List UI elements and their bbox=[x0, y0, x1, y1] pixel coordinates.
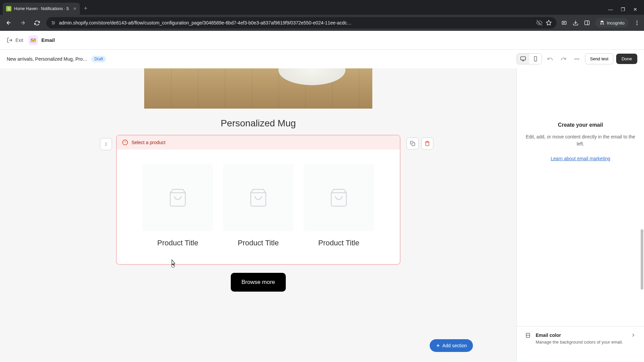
bag-icon bbox=[248, 188, 268, 208]
drag-icon bbox=[104, 142, 108, 146]
product-placeholder bbox=[143, 164, 213, 231]
incognito-badge[interactable]: Incognito bbox=[595, 18, 629, 27]
product-card[interactable]: Product Title bbox=[304, 164, 374, 247]
shopify-favicon: S bbox=[6, 6, 11, 11]
svg-point-20 bbox=[105, 144, 106, 144]
send-test-button[interactable]: Send test bbox=[585, 53, 613, 64]
hero-image[interactable] bbox=[144, 68, 372, 109]
add-section-button[interactable]: Add section bbox=[430, 339, 473, 352]
scrollbar-thumb[interactable] bbox=[641, 229, 643, 290]
email-label: Email bbox=[41, 37, 55, 43]
section-warning: Select a product bbox=[117, 135, 400, 149]
learn-link[interactable]: Learn about email marketing bbox=[551, 156, 610, 161]
tab-title: Home Haven · Notifications · S bbox=[14, 6, 69, 11]
product-card[interactable]: Product Title bbox=[223, 164, 293, 247]
site-settings-icon bbox=[51, 20, 56, 25]
exit-button[interactable]: Exit bbox=[7, 37, 23, 43]
product-title: Product Title bbox=[223, 239, 293, 247]
done-button[interactable]: Done bbox=[616, 54, 637, 64]
product-heading[interactable]: Personalized Mug bbox=[221, 118, 296, 129]
close-tab-icon[interactable]: ✕ bbox=[73, 6, 76, 11]
reload-button[interactable] bbox=[32, 18, 42, 27]
window-controls: — ❐ ✕ bbox=[601, 7, 644, 15]
svg-point-19 bbox=[106, 143, 107, 143]
browser-tab[interactable]: S Home Haven · Notifications · S ✕ bbox=[3, 3, 80, 15]
email-badge: Email bbox=[29, 36, 55, 45]
sidebar: Create your email Edit, add, or move con… bbox=[517, 68, 644, 362]
svg-point-17 bbox=[578, 58, 579, 59]
sidebar-heading: Create your email bbox=[525, 122, 636, 128]
media-control-icon[interactable] bbox=[561, 20, 567, 26]
duplicate-icon bbox=[410, 141, 415, 146]
email-canvas[interactable]: Personalized Mug Select a product bbox=[0, 68, 517, 362]
svg-rect-24 bbox=[412, 143, 415, 146]
email-color-label: Email color bbox=[536, 333, 626, 338]
svg-point-6 bbox=[637, 20, 638, 21]
product-placeholder bbox=[304, 164, 374, 231]
trash-icon bbox=[425, 141, 430, 146]
minimize-icon[interactable]: — bbox=[608, 7, 613, 12]
svg-rect-9 bbox=[31, 39, 36, 42]
svg-point-8 bbox=[637, 24, 638, 25]
undo-button[interactable] bbox=[545, 54, 555, 64]
url-text: admin.shopify.com/store/de8143-a6/flow/c… bbox=[59, 20, 533, 25]
redo-button[interactable] bbox=[558, 54, 569, 64]
delete-button[interactable] bbox=[421, 137, 433, 149]
bag-icon bbox=[329, 188, 349, 208]
forward-button[interactable] bbox=[18, 18, 28, 27]
incognito-icon bbox=[599, 20, 605, 25]
editor-toolbar: New arrivals, Personalized Mug, Pro… Dra… bbox=[0, 50, 644, 68]
exit-icon bbox=[7, 37, 13, 43]
browse-more-button[interactable]: Browse more bbox=[231, 273, 286, 292]
product-section[interactable]: Select a product Product Title Product T… bbox=[116, 135, 400, 265]
svg-point-22 bbox=[105, 145, 106, 146]
plus-icon bbox=[436, 343, 440, 348]
product-title: Product Title bbox=[304, 239, 374, 247]
svg-point-15 bbox=[575, 58, 576, 59]
desktop-view-button[interactable] bbox=[517, 54, 529, 64]
svg-rect-10 bbox=[521, 57, 525, 60]
email-app-icon bbox=[29, 36, 38, 45]
svg-point-21 bbox=[106, 144, 107, 144]
close-window-icon[interactable]: ✕ bbox=[633, 7, 637, 12]
app-header: Exit Email bbox=[0, 31, 644, 50]
svg-point-7 bbox=[637, 22, 638, 23]
paint-icon bbox=[525, 333, 531, 339]
download-icon[interactable] bbox=[573, 20, 579, 26]
address-bar[interactable]: admin.shopify.com/store/de8143-a6/flow/c… bbox=[46, 17, 556, 28]
campaign-title: New arrivals, Personalized Mug, Pro… bbox=[7, 56, 87, 62]
bag-icon bbox=[168, 188, 188, 208]
drag-handle[interactable] bbox=[100, 138, 112, 150]
mobile-view-button[interactable] bbox=[529, 54, 542, 64]
bookmark-star-icon[interactable] bbox=[546, 20, 552, 26]
draft-badge: Draft bbox=[91, 56, 106, 62]
email-color-row[interactable]: Email color Manage the background colors… bbox=[525, 333, 636, 345]
svg-point-2 bbox=[53, 23, 53, 24]
svg-point-23 bbox=[106, 145, 107, 146]
maximize-icon[interactable]: ❐ bbox=[621, 7, 625, 12]
chevron-right-icon bbox=[631, 333, 636, 338]
product-grid: Product Title Product Title Product Titl… bbox=[117, 149, 400, 264]
product-card[interactable]: Product Title bbox=[143, 164, 213, 247]
new-tab-button[interactable]: + bbox=[80, 2, 92, 15]
eye-off-icon[interactable] bbox=[536, 20, 542, 26]
svg-rect-4 bbox=[585, 21, 589, 25]
svg-point-1 bbox=[54, 22, 55, 23]
product-title: Product Title bbox=[143, 239, 213, 247]
menu-icon[interactable] bbox=[634, 20, 640, 26]
device-toggle bbox=[517, 53, 542, 64]
alert-icon bbox=[122, 139, 128, 145]
email-color-desc: Manage the background colors of your ema… bbox=[536, 339, 626, 345]
more-actions-button[interactable] bbox=[572, 54, 582, 64]
browser-tab-bar: S Home Haven · Notifications · S ✕ + — ❐… bbox=[0, 0, 644, 15]
svg-point-16 bbox=[576, 58, 577, 59]
back-button[interactable] bbox=[4, 18, 13, 27]
browser-url-bar: admin.shopify.com/store/de8143-a6/flow/c… bbox=[0, 15, 644, 31]
browser-right-icons: Incognito bbox=[561, 18, 640, 27]
sidebar-description: Edit, add, or move content directly in t… bbox=[525, 133, 636, 147]
side-panel-icon[interactable] bbox=[584, 20, 590, 26]
svg-point-18 bbox=[105, 143, 106, 143]
main-layout: Personalized Mug Select a product bbox=[0, 68, 644, 362]
duplicate-button[interactable] bbox=[407, 137, 419, 149]
svg-point-0 bbox=[52, 21, 53, 22]
